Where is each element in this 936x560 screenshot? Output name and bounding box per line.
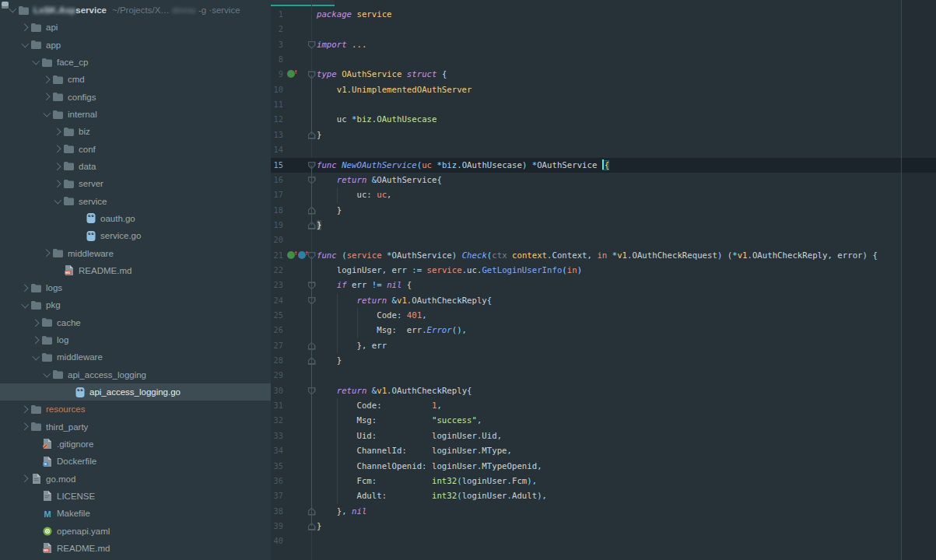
tree-item-configs[interactable]: configs <box>0 89 271 106</box>
code-line-17[interactable]: 17 uc: uc, <box>271 187 936 202</box>
code-line-28[interactable]: 28 } <box>271 353 936 368</box>
tree-item-README.md[interactable]: MD README.md <box>0 540 271 557</box>
code-line-1[interactable]: 1 package service <box>271 7 936 22</box>
tree-item-api[interactable]: api <box>0 19 271 36</box>
line-number[interactable]: 8 <box>271 52 283 67</box>
code-line-8[interactable]: 8 <box>271 52 936 67</box>
tree-item-server[interactable]: server <box>0 175 271 192</box>
line-number[interactable]: 31 <box>271 398 283 413</box>
line-number[interactable]: 17 <box>271 187 283 202</box>
line-number[interactable]: 26 <box>271 323 283 338</box>
chevron-down-icon[interactable] <box>30 57 41 68</box>
code-line-14[interactable]: 14 <box>271 142 936 157</box>
code-line-38[interactable]: 38 }, nil <box>271 504 936 519</box>
tree-item-api_access_logging[interactable]: api_access_logging <box>0 366 271 383</box>
chevron-right-icon[interactable] <box>52 161 63 172</box>
chevron-right-icon[interactable] <box>41 74 52 85</box>
code-line-25[interactable]: 25 Code: 401, <box>271 308 936 323</box>
code-line-37[interactable]: 37 Adult: int32(loginUser.Adult), <box>271 488 936 503</box>
line-number[interactable]: 36 <box>271 474 283 488</box>
line-number[interactable]: 24 <box>271 293 283 308</box>
chevron-down-icon[interactable] <box>7 5 18 16</box>
fold-marker-icon[interactable] <box>308 41 316 49</box>
code-line-10[interactable]: 10 v1.UnimplementedOAuthServer <box>271 82 936 97</box>
chevron-right-icon[interactable] <box>52 144 63 155</box>
code-line-36[interactable]: 36 Fcm: int32(loginUser.Fcm), <box>271 474 936 488</box>
chevron-right-icon[interactable] <box>19 422 30 432</box>
tree-item-data[interactable]: data <box>0 158 271 175</box>
line-number[interactable]: 38 <box>271 504 283 519</box>
tree-item-middleware[interactable]: middleware <box>0 244 271 261</box>
code-line-12[interactable]: 12 uc *biz.OAuthUsecase <box>271 112 936 127</box>
overridden-marker-icon[interactable]: ↑ <box>298 251 306 259</box>
chevron-right-icon[interactable] <box>41 248 52 259</box>
code-line-19[interactable]: 19 } <box>271 218 936 233</box>
chevron-right-icon[interactable] <box>19 282 30 293</box>
tree-item-README.md[interactable]: MD README.md <box>0 262 271 279</box>
tree-item-Makefile[interactable]: M Makefile <box>0 505 271 522</box>
line-number[interactable]: 3 <box>271 37 283 52</box>
tree-item-openapi.yaml[interactable]: openapi.yaml <box>0 522 271 539</box>
tree-item-internal[interactable]: internal <box>0 106 271 123</box>
code-line-29[interactable]: 29 <box>271 368 936 383</box>
implemented-marker-icon[interactable]: ↑ <box>287 70 295 78</box>
tree-item-LICENSE[interactable]: LICENSE <box>0 488 271 505</box>
code-line-34[interactable]: 34 ChannelId: loginUser.MType, <box>271 443 936 458</box>
tree-item-api_access_logging.go[interactable]: api_access_logging.go <box>0 383 271 401</box>
tree-item-go.mod[interactable]: go.mod <box>0 470 271 487</box>
line-number[interactable]: 33 <box>271 429 283 443</box>
line-number[interactable]: 22 <box>271 263 283 278</box>
line-number[interactable]: 37 <box>271 488 283 503</box>
code-line-22[interactable]: 22 loginUser, err := service.uc.GetLogin… <box>271 263 936 278</box>
tree-item-app[interactable]: app <box>0 37 271 54</box>
code-line-33[interactable]: 33 Uid: loginUser.Uid, <box>271 429 936 443</box>
code-line-26[interactable]: 26 Msg: err.Error(), <box>271 323 936 338</box>
chevron-right-icon[interactable] <box>52 178 63 189</box>
code-line-18[interactable]: 18 } <box>271 203 936 218</box>
code-line-31[interactable]: 31 Code: 1, <box>271 398 936 413</box>
tree-item-Dockerfile[interactable]: D Dockerfile <box>0 453 271 470</box>
line-number[interactable]: 27 <box>271 338 283 353</box>
tree-item-service.go[interactable]: service.go <box>0 227 271 244</box>
line-number[interactable]: 13 <box>271 128 283 142</box>
chevron-right-icon[interactable] <box>30 334 41 345</box>
line-number[interactable]: 28 <box>271 353 283 368</box>
code-line-30[interactable]: 30 return &v1.OAuthCheckReply{ <box>271 383 936 398</box>
chevron-down-icon[interactable] <box>52 196 63 207</box>
line-number[interactable]: 39 <box>271 519 283 534</box>
chevron-right-icon[interactable] <box>19 404 30 415</box>
code-line-27[interactable]: 27 }, err <box>271 338 936 353</box>
line-number[interactable]: 11 <box>271 97 283 112</box>
code-line-9[interactable]: 9↑ type OAuthService struct { <box>271 67 936 82</box>
line-number[interactable]: 21 <box>271 248 283 263</box>
chevron-down-icon[interactable] <box>19 40 30 51</box>
code-line-32[interactable]: 32 Msg: "success", <box>271 413 936 428</box>
line-number[interactable]: 16 <box>271 173 283 187</box>
line-number[interactable]: 19 <box>271 218 283 233</box>
tree-item-third_party[interactable]: third_party <box>0 418 271 436</box>
code-line-40[interactable]: 40 <box>271 534 936 548</box>
line-number[interactable]: 10 <box>271 82 283 97</box>
tree-item-cmd[interactable]: cmd <box>0 71 271 88</box>
chevron-down-icon[interactable] <box>30 352 41 362</box>
code-line-3[interactable]: 3 import ... <box>271 37 936 52</box>
line-number[interactable]: 12 <box>271 112 283 127</box>
line-number[interactable]: 30 <box>271 383 283 398</box>
tree-item-project-root[interactable]: LxSK.Axpservice~/Projects/X… dmnw -g ·se… <box>0 2 271 19</box>
tree-item-biz[interactable]: biz <box>0 123 271 140</box>
chevron-down-icon[interactable] <box>41 369 52 380</box>
chevron-right-icon[interactable] <box>19 22 30 33</box>
line-number[interactable]: 25 <box>271 308 283 323</box>
line-number[interactable]: 15 <box>271 158 283 173</box>
line-number[interactable]: 20 <box>271 233 283 247</box>
line-number[interactable]: 29 <box>271 368 283 383</box>
chevron-down-icon[interactable] <box>19 299 30 310</box>
tree-item-conf[interactable]: conf <box>0 141 271 158</box>
code-line-11[interactable]: 11 <box>271 97 936 112</box>
chevron-right-icon[interactable] <box>52 126 63 137</box>
tree-item-pkg[interactable]: pkg <box>0 296 271 313</box>
line-number[interactable]: 18 <box>271 203 283 218</box>
line-number[interactable]: 32 <box>271 413 283 428</box>
tree-item-cache[interactable]: cache <box>0 314 271 331</box>
tree-item-.gitignore[interactable]: .gitignore <box>0 436 271 453</box>
